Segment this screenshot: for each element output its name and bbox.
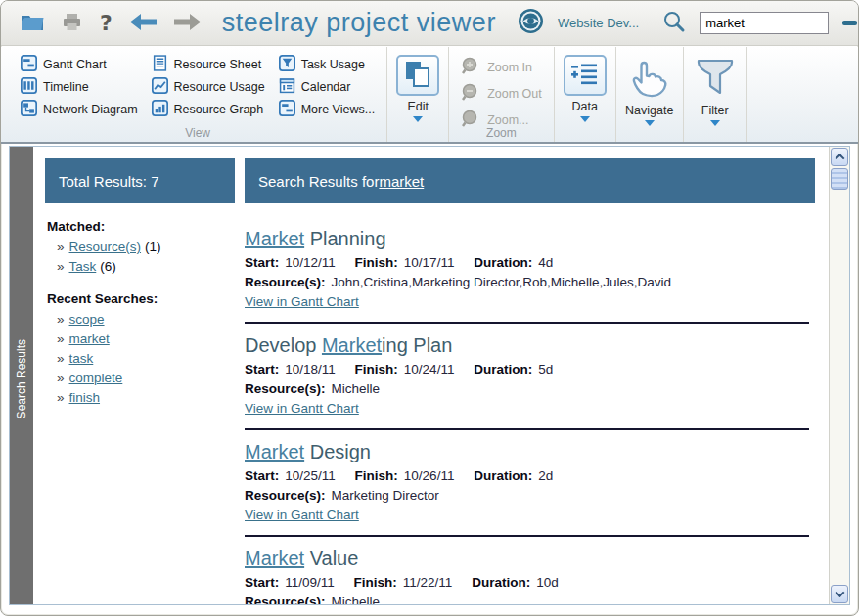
view-item-resource-usage[interactable]: Resource Usage xyxy=(150,77,267,97)
result-title-link[interactable]: Market xyxy=(245,548,304,569)
resources-line: Resource(s):Marketing Director xyxy=(245,486,815,506)
finish-label: Finish: xyxy=(354,575,397,590)
bullet-icon: » xyxy=(57,259,65,274)
scrollbar-thumb[interactable] xyxy=(831,168,848,190)
data-button[interactable]: Data xyxy=(555,47,616,142)
entry-divider xyxy=(245,428,809,430)
view-item-network-diagram[interactable]: Network Diagram xyxy=(19,100,140,119)
data-button-label: Data xyxy=(572,100,598,113)
view-in-gantt-link[interactable]: View in Gantt Chart xyxy=(245,506,359,525)
duration-value: 10d xyxy=(536,575,559,590)
bullet-icon: » xyxy=(57,331,65,346)
zoom-out-button[interactable]: Zoom Out xyxy=(461,83,542,105)
navigate-button-label: Navigate xyxy=(625,104,673,117)
search-results-panel: Search Results for market Market Plannin… xyxy=(245,158,815,604)
forward-button[interactable] xyxy=(172,12,203,35)
view-item-label: Timeline xyxy=(43,80,89,94)
view-item-resource-graph[interactable]: Resource Graph xyxy=(150,100,267,119)
resource-graph-icon xyxy=(152,100,168,119)
forward-arrow-icon xyxy=(174,14,201,33)
search-results-tab[interactable]: Search Results xyxy=(10,147,33,604)
task-usage-icon xyxy=(279,55,295,74)
title-text: Value xyxy=(304,548,358,569)
results-summary-panel: Total Results: 7 Matched: »Resource(s)(1… xyxy=(45,158,235,604)
edit-button[interactable]: Edit xyxy=(387,47,449,142)
start-label: Start: xyxy=(245,255,279,270)
open-file-button[interactable] xyxy=(19,11,46,36)
result-title-link[interactable]: Market xyxy=(245,228,304,249)
result-title: Market Value xyxy=(245,547,815,570)
result-title-link[interactable]: Market xyxy=(322,334,382,356)
result-title-link[interactable]: Market xyxy=(245,441,304,462)
project-name[interactable]: Website Dev... xyxy=(558,16,639,30)
result-title: Market Design xyxy=(245,440,815,463)
dates-line: Start:10/18/11 Finish:10/24/11 Duration:… xyxy=(245,360,815,379)
start-label: Start: xyxy=(245,468,279,483)
chevron-down-icon xyxy=(835,588,844,597)
recent-search-link-market[interactable]: market xyxy=(69,331,110,346)
zoom-in-icon xyxy=(461,57,479,78)
back-button[interactable] xyxy=(128,12,158,35)
filter-button[interactable]: Filter xyxy=(684,47,747,142)
recent-search-link-complete[interactable]: complete xyxy=(69,371,123,385)
result-entry: Market Design Start:10/25/11 Finish:10/2… xyxy=(245,440,815,525)
vertical-scrollbar[interactable] xyxy=(829,147,849,604)
filter-button-label: Filter xyxy=(701,104,729,117)
resources-label: Resource(s): xyxy=(245,275,326,289)
search-icon xyxy=(662,10,686,37)
title-bar: ? steelray project viewer Website Dev... xyxy=(1,1,858,46)
view-item-gantt-chart[interactable]: Gantt Chart xyxy=(19,55,140,74)
matched-link-resources[interactable]: Resource(s) xyxy=(69,240,142,254)
edit-button-label: Edit xyxy=(407,100,429,113)
scroll-up-button[interactable] xyxy=(831,148,848,166)
list-item: »complete xyxy=(57,369,235,388)
finish-value: 10/24/11 xyxy=(404,362,455,376)
list-item: »market xyxy=(57,330,235,349)
view-item-more-views[interactable]: More Views... xyxy=(277,100,378,119)
print-button[interactable] xyxy=(60,11,84,36)
data-icon xyxy=(564,55,607,96)
total-results-header: Total Results: 7 xyxy=(45,158,235,203)
bullet-icon: » xyxy=(57,240,65,254)
gantt-chart-icon xyxy=(21,55,37,74)
start-value: 10/12/11 xyxy=(285,255,336,270)
recent-search-link-finish[interactable]: finish xyxy=(69,390,101,405)
folder-icon xyxy=(21,13,44,34)
view-in-gantt-link[interactable]: View in Gantt Chart xyxy=(245,292,359,312)
help-button[interactable]: ? xyxy=(98,9,114,37)
scroll-down-button[interactable] xyxy=(831,585,848,603)
ribbon-toolbar: Gantt Chart Resource Sheet Task Usage Ti… xyxy=(1,47,858,144)
resources-label: Resource(s): xyxy=(245,488,326,503)
navigate-button[interactable]: Navigate xyxy=(616,47,684,142)
recent-search-link-scope[interactable]: scope xyxy=(69,312,105,327)
recent-search-link-task[interactable]: task xyxy=(69,351,94,366)
view-item-resource-sheet[interactable]: Resource Sheet xyxy=(150,55,267,74)
zoom-out-label: Zoom Out xyxy=(487,87,542,101)
result-entry: Market Value Start:11/09/11 Finish:11/22… xyxy=(245,547,815,604)
view-item-task-usage[interactable]: Task Usage xyxy=(277,55,378,74)
resources-value: Michelle xyxy=(332,594,381,604)
matched-link-task[interactable]: Task xyxy=(69,259,97,274)
bullet-icon: » xyxy=(57,351,65,366)
duration-value: 4d xyxy=(538,255,553,270)
view-item-timeline[interactable]: Timeline xyxy=(19,77,140,97)
minimize-button[interactable] xyxy=(842,21,857,25)
chevron-down-icon xyxy=(580,116,590,122)
search-term-link[interactable]: market xyxy=(379,173,424,190)
minimize-icon xyxy=(842,21,857,25)
timeline-icon xyxy=(21,77,37,97)
search-input[interactable] xyxy=(700,12,829,34)
filter-funnel-icon xyxy=(693,55,738,100)
search-results-page: Total Results: 7 Matched: »Resource(s)(1… xyxy=(33,147,829,604)
view-group: Gantt Chart Resource Sheet Task Usage Ti… xyxy=(9,47,387,142)
search-results-tab-label: Search Results xyxy=(15,339,28,418)
zoom-in-button[interactable]: Zoom In xyxy=(461,57,532,78)
result-entry: Market Planning Start:10/12/11 Finish:10… xyxy=(245,227,815,312)
view-in-gantt-link[interactable]: View in Gantt Chart xyxy=(245,399,359,418)
resources-label: Resource(s): xyxy=(245,381,326,396)
result-entry: Develop Marketing Plan Start:10/18/11 Fi… xyxy=(245,333,815,418)
view-item-calendar[interactable]: Calendar xyxy=(277,77,378,97)
chevron-up-icon xyxy=(835,154,844,163)
resource-sheet-icon xyxy=(152,55,168,74)
resources-line: Resource(s):Michelle xyxy=(245,379,815,399)
